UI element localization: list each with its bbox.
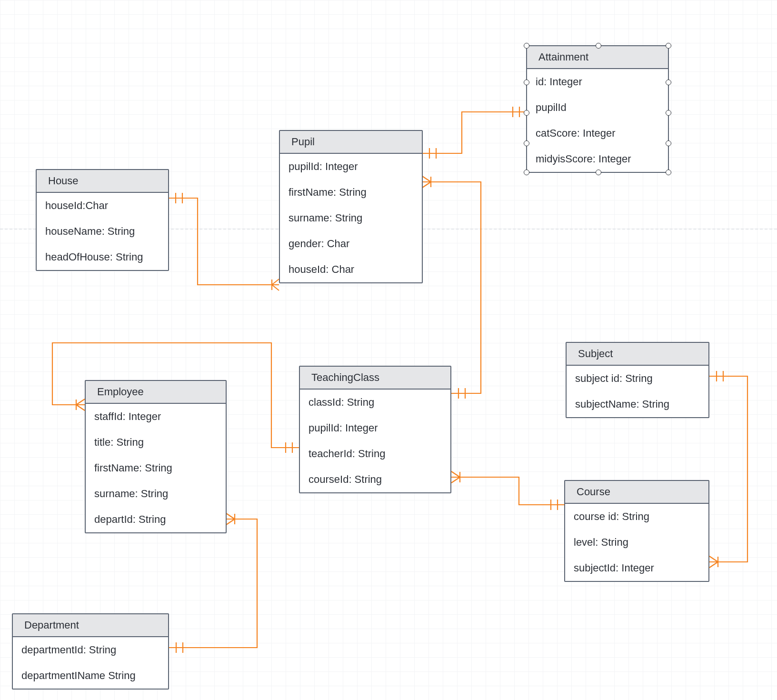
entity-header: Employee: [86, 381, 226, 404]
entity-field: catScore: Integer: [527, 120, 668, 146]
entity-field: departmentIName String: [13, 663, 168, 689]
resize-handle[interactable]: [524, 140, 529, 146]
entity-field: pupilId: Integer: [300, 415, 450, 441]
resize-handle[interactable]: [666, 170, 671, 175]
entity-teachingclass[interactable]: TeachingClass classId: String pupilId: I…: [299, 366, 451, 493]
entity-pupil[interactable]: Pupil pupilId: Integer firstName: String…: [279, 130, 423, 283]
entity-employee[interactable]: Employee staffId: Integer title: String …: [85, 380, 227, 533]
resize-handle[interactable]: [666, 43, 671, 49]
entity-header: Course: [565, 481, 708, 504]
entity-field: houseId:Char: [37, 193, 168, 219]
entity-field: course id: String: [565, 504, 708, 530]
entity-field: subjectId: Integer: [565, 555, 708, 581]
entity-field: surname: String: [280, 205, 422, 231]
resize-handle[interactable]: [524, 80, 529, 85]
entity-field: departmentId: String: [13, 637, 168, 663]
entity-field: gender: Char: [280, 231, 422, 257]
entity-field: departId: String: [86, 507, 226, 532]
entity-field: id: Integer: [527, 69, 668, 95]
entity-attainment[interactable]: Attainment id: Integer pupilId catScore:…: [526, 45, 669, 173]
entity-header: Pupil: [280, 131, 422, 154]
entity-field: teacherId: String: [300, 441, 450, 467]
entity-field: staffId: Integer: [86, 404, 226, 430]
entity-field: courseId: String: [300, 467, 450, 492]
entity-field: level: String: [565, 530, 708, 555]
er-diagram-canvas[interactable]: House houseId:Char houseName: String hea…: [0, 0, 777, 700]
entity-header: Attainment: [527, 46, 668, 69]
entity-subject[interactable]: Subject subject id: String subjectName: …: [566, 342, 709, 418]
entity-field: pupilId: Integer: [280, 154, 422, 180]
entity-department[interactable]: Department departmentId: String departme…: [12, 613, 169, 690]
entity-field: houseId: Char: [280, 257, 422, 282]
resize-handle[interactable]: [666, 80, 671, 85]
resize-handle[interactable]: [524, 110, 529, 116]
entity-header: Department: [13, 614, 168, 637]
resize-handle[interactable]: [596, 170, 601, 175]
entity-course[interactable]: Course course id: String level: String s…: [564, 480, 709, 582]
entity-field: subject id: String: [567, 366, 708, 391]
entity-field: headOfHouse: String: [37, 244, 168, 270]
resize-handle[interactable]: [524, 170, 529, 175]
entity-field: title: String: [86, 430, 226, 455]
entity-field: firstName: String: [86, 455, 226, 481]
entity-field: houseName: String: [37, 219, 168, 244]
resize-handle[interactable]: [666, 110, 671, 116]
entity-field: subjectName: String: [567, 391, 708, 417]
entity-field: surname: String: [86, 481, 226, 507]
entity-house[interactable]: House houseId:Char houseName: String hea…: [36, 169, 169, 271]
entity-header: House: [37, 170, 168, 193]
entity-field: classId: String: [300, 390, 450, 415]
entity-header: TeachingClass: [300, 367, 450, 390]
resize-handle[interactable]: [524, 43, 529, 49]
entity-header: Subject: [567, 343, 708, 366]
resize-handle[interactable]: [666, 140, 671, 146]
entity-field: firstName: String: [280, 180, 422, 205]
entity-field: pupilId: [527, 95, 668, 120]
resize-handle[interactable]: [596, 43, 601, 49]
entity-field: midyisScore: Integer: [527, 146, 668, 172]
